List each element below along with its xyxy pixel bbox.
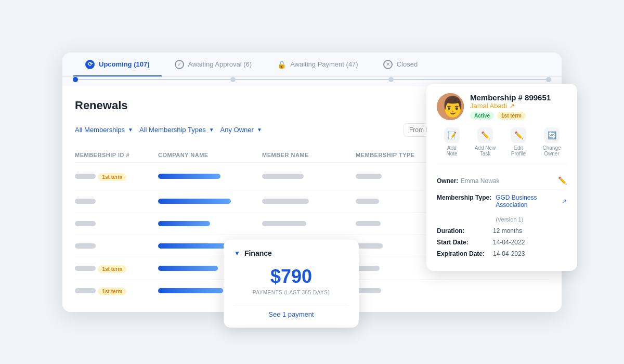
see-payment-link[interactable]: See 1 payment — [234, 310, 348, 318]
detail-actions: 📝 AddNote ✏️ Add NewTask ✏️ EditProfile … — [437, 127, 567, 164]
company-bar — [158, 288, 223, 293]
cell-membership-id-6: 1st term — [75, 286, 158, 295]
field-label-membership-type: Membership Type: — [437, 194, 491, 201]
detail-field-expiration-date: Expiration Date: 14-04-2023 — [437, 250, 567, 257]
owner-row: Owner: Emma Nowak ✏️ — [437, 172, 567, 190]
add-note-label: AddNote — [446, 145, 457, 157]
edit-profile-icon: ✏️ — [511, 127, 526, 143]
membership-type-name: GGD Business Association — [496, 194, 560, 209]
cell-member-1 — [262, 174, 356, 179]
detail-panel: Membership # 899651 Jamal Abadi ↗ Active… — [426, 84, 577, 271]
cell-membership-id-1: 1st term — [75, 172, 158, 181]
member-bar — [262, 174, 304, 179]
member-bar — [262, 199, 309, 204]
membership-number-label: Membership # — [470, 93, 523, 102]
avatar — [437, 93, 464, 120]
main-panel: ⟳ Upcoming (107) ✓ Awaiting Approval (6)… — [62, 53, 562, 312]
all-memberships-chevron-icon: ▼ — [128, 127, 133, 133]
cell-type-6 — [356, 288, 449, 293]
finance-title: Finance — [244, 249, 272, 257]
cell-member-2 — [262, 199, 356, 204]
membership-id-bar — [75, 174, 96, 179]
membership-number-value: 899651 — [525, 93, 551, 102]
progress-dot-1 — [73, 77, 78, 82]
membership-id-bar — [75, 266, 96, 271]
membership-id-bar — [75, 199, 96, 204]
membership-types-chevron-icon: ▼ — [209, 127, 214, 133]
add-note-icon: 📝 — [444, 127, 460, 143]
tabs-bar: ⟳ Upcoming (107) ✓ Awaiting Approval (6)… — [62, 53, 562, 77]
detail-header: Membership # 899651 Jamal Abadi ↗ Active… — [437, 93, 567, 120]
owner-filter[interactable]: Any Owner ▼ — [220, 124, 262, 136]
field-label-start-date: Start Date: — [437, 239, 489, 246]
tab-closed[interactable]: ✕ Closed — [371, 53, 430, 76]
membership-types-filter[interactable]: All Membership Types ▼ — [139, 124, 214, 136]
finance-payments-label: PAYMENTS (LAST 365 DAYS) — [234, 290, 348, 295]
progress-connector-3 — [394, 79, 546, 80]
external-link-icon: ↗ — [562, 198, 567, 205]
cell-member-3 — [262, 221, 356, 226]
type-bar — [356, 266, 380, 271]
company-bar — [158, 174, 220, 179]
progress-connector-1 — [78, 79, 230, 80]
add-note-button[interactable]: 📝 AddNote — [437, 127, 467, 157]
tab-upcoming-icon: ⟳ — [85, 60, 95, 69]
all-memberships-filter[interactable]: All Memberships ▼ — [75, 124, 133, 136]
membership-id-bar — [75, 288, 96, 293]
tab-awaiting-approval-icon: ✓ — [175, 60, 184, 69]
membership-types-label: All Membership Types — [139, 126, 206, 134]
change-owner-label: ChangeOwner — [542, 145, 561, 157]
col-company-name: COMPANY NAME — [158, 152, 262, 158]
detail-field-start-date: Start Date: 14-04-2022 — [437, 239, 567, 246]
cell-membership-id-4 — [75, 241, 158, 251]
member-name-link[interactable]: Jamal Abadi ↗ — [470, 102, 551, 110]
field-value-expiration-date: 14-04-2023 — [493, 250, 525, 257]
first-term-badge: 1st term — [98, 288, 126, 295]
tab-awaiting-approval-label: Awaiting Approval (6) — [188, 60, 252, 68]
field-label-duration: Duration: — [437, 227, 489, 235]
owner-chevron-icon: ▼ — [257, 127, 262, 133]
owner-filter-label: Any Owner — [220, 126, 254, 134]
type-bar — [356, 199, 379, 204]
tab-awaiting-payment-icon: 🔒 — [277, 60, 286, 69]
progress-dot-3 — [388, 77, 394, 82]
type-bar — [356, 221, 381, 226]
progress-dot-2 — [230, 77, 236, 82]
detail-badges: Active 1st term — [470, 112, 551, 120]
finance-amount: $790 — [234, 266, 348, 288]
tab-awaiting-approval[interactable]: ✓ Awaiting Approval (6) — [162, 53, 265, 76]
membership-type-link[interactable]: GGD Business Association ↗ — [496, 194, 567, 209]
company-bar — [158, 199, 231, 204]
change-owner-button[interactable]: 🔄 ChangeOwner — [537, 127, 567, 157]
detail-field-membership-type: Membership Type: GGD Business Associatio… — [437, 194, 567, 223]
member-name: Jamal Abadi — [470, 102, 507, 110]
owner-info: Owner: Emma Nowak — [437, 176, 499, 185]
first-term-badge: 1st term — [98, 265, 126, 273]
type-bar — [356, 288, 381, 293]
tab-upcoming-label: Upcoming (107) — [99, 60, 150, 68]
edit-profile-button[interactable]: ✏️ EditProfile — [503, 127, 534, 157]
finance-chevron-icon: ▼ — [234, 250, 240, 257]
avatar-face — [437, 93, 464, 120]
owner-edit-icon[interactable]: ✏️ — [558, 176, 567, 185]
col-member-name: MEMBER NAME — [262, 152, 356, 158]
cell-membership-id-5: 1st term — [75, 264, 158, 273]
field-label-expiration-date: Expiration Date: — [437, 250, 489, 257]
progress-dot-4 — [546, 77, 551, 82]
cell-company-3 — [158, 221, 262, 226]
first-term-badge: 1st term — [98, 173, 126, 181]
add-task-button[interactable]: ✏️ Add NewTask — [470, 127, 500, 157]
owner-value: Emma Nowak — [461, 177, 500, 185]
cell-company-1 — [158, 174, 262, 179]
term-badge: 1st term — [497, 112, 526, 120]
membership-id-bar — [75, 221, 96, 226]
tab-upcoming[interactable]: ⟳ Upcoming (107) — [73, 53, 162, 76]
page-title: Renewals — [75, 99, 128, 112]
cell-membership-id-2 — [75, 197, 158, 206]
change-owner-icon: 🔄 — [544, 127, 560, 143]
tab-awaiting-payment[interactable]: 🔒 Awaiting Payment (47) — [264, 53, 371, 76]
add-task-label: Add NewTask — [475, 145, 496, 157]
company-bar — [158, 243, 226, 249]
field-value-start-date: 14-04-2022 — [493, 239, 525, 246]
membership-type-version: (Version 1) — [496, 216, 523, 223]
